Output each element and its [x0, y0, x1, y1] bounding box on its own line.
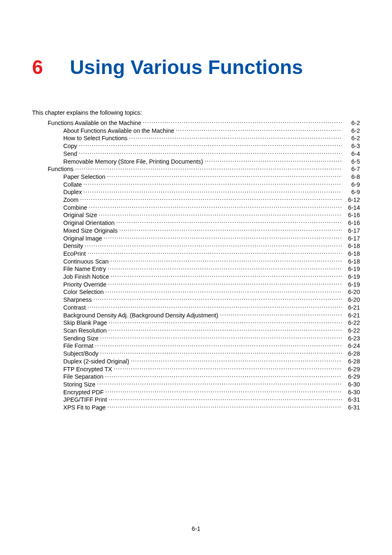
toc-entry[interactable]: Color Selection 6-20 — [32, 288, 360, 296]
toc-entry-label: File Format — [63, 342, 93, 350]
toc-entry[interactable]: Contrast 6-21 — [32, 304, 360, 312]
toc-entry[interactable]: Encrypted PDF 6-30 — [32, 388, 360, 396]
toc-entry[interactable]: Removable Memory (Store File, Printing D… — [32, 158, 360, 166]
toc-leader-dots — [83, 181, 342, 187]
toc-leader-dots — [108, 265, 342, 271]
toc-leader-dots — [108, 327, 342, 333]
toc-entry-page: 6-5 — [344, 158, 360, 166]
toc-entry-page: 6-28 — [344, 350, 360, 358]
toc-entry[interactable]: Functions Available on the Machine 6-2 — [32, 119, 360, 127]
toc-entry[interactable]: FTP Encrypted TX 6-29 — [32, 365, 360, 373]
toc-entry-page: 6-30 — [344, 388, 360, 396]
toc-leader-dots — [143, 119, 342, 125]
toc-leader-dots — [100, 335, 342, 340]
toc-entry-label: XPS Fit to Page — [63, 404, 106, 412]
toc-entry-page: 6-14 — [344, 204, 360, 212]
toc-leader-dots — [105, 388, 342, 394]
toc-leader-dots — [93, 296, 342, 302]
toc-entry-label: JPEG/TIFF Print — [63, 396, 107, 404]
toc-entry[interactable]: Continuous Scan 6-18 — [32, 258, 360, 266]
toc-entry[interactable]: Original Orientation 6-16 — [32, 219, 360, 227]
toc-entry[interactable]: Scan Resolution 6-22 — [32, 327, 360, 335]
toc-leader-dots — [85, 242, 342, 248]
toc-leader-dots — [220, 312, 342, 317]
toc-entry-label: Original Size — [63, 211, 97, 219]
toc-entry-label: Duplex (2-sided Original) — [63, 358, 129, 365]
toc-entry[interactable]: Mixed Size Originals 6-17 — [32, 227, 360, 235]
toc-entry[interactable]: Original Image 6-17 — [32, 235, 360, 243]
toc-entry-page: 6-16 — [344, 211, 360, 219]
toc-entry-label: Contrast — [63, 304, 86, 312]
toc-leader-dots — [107, 173, 342, 179]
toc-leader-dots — [75, 165, 342, 171]
toc-entry[interactable]: Duplex (2-sided Original) 6-28 — [32, 358, 360, 365]
toc-entry-page: 6-29 — [344, 373, 360, 381]
toc-entry[interactable]: Storing Size 6-30 — [32, 381, 360, 388]
toc-entry[interactable]: Duplex 6-9 — [32, 188, 360, 196]
toc-entry-label: Skip Blank Page — [63, 319, 107, 327]
toc-entry-label: Removable Memory (Store File, Printing D… — [63, 158, 203, 166]
toc-entry[interactable]: File Name Entry 6-19 — [32, 265, 360, 273]
toc-entry[interactable]: How to Select Functions 6-2 — [32, 134, 360, 142]
toc-entry-page: 6-8 — [344, 173, 360, 181]
toc-entry[interactable]: Paper Selection 6-8 — [32, 173, 360, 181]
toc-entry-label: Continuous Scan — [63, 258, 108, 266]
toc-entry-page: 6-7 — [344, 165, 360, 173]
toc-entry-label: Encrypted PDF — [63, 388, 104, 396]
toc-leader-dots — [114, 365, 342, 371]
intro-text: This chapter explains the following topi… — [0, 109, 392, 116]
toc-entry[interactable]: Sending Size 6-23 — [32, 335, 360, 342]
toc-entry-label: How to Select Functions — [63, 134, 127, 142]
toc-entry-page: 6-29 — [344, 365, 360, 373]
chapter-number: 6 — [32, 58, 70, 77]
toc-entry[interactable]: EcoPrint 6-18 — [32, 250, 360, 258]
toc-entry-page: 6-2 — [344, 134, 360, 142]
toc-entry[interactable]: Collate 6-9 — [32, 181, 360, 189]
toc-leader-dots — [129, 134, 342, 140]
toc-entry[interactable]: File Format 6-24 — [32, 342, 360, 350]
toc-entry-label: Background Density Adj. (Background Dens… — [63, 312, 218, 319]
toc-entry[interactable]: Sharpness 6-20 — [32, 296, 360, 304]
toc-leader-dots — [88, 250, 342, 256]
toc-entry-label: Scan Resolution — [63, 327, 107, 335]
toc-leader-dots — [119, 227, 342, 233]
toc-entry[interactable]: XPS Fit to Page 6-31 — [32, 404, 360, 412]
toc-entry[interactable]: Background Density Adj. (Background Dens… — [32, 312, 360, 319]
toc-entry[interactable]: Send 6-4 — [32, 150, 360, 158]
toc-entry-label: Functions — [48, 165, 74, 173]
page-number: 6-1 — [0, 525, 392, 532]
toc-entry[interactable]: Functions 6-7 — [32, 165, 360, 173]
toc-leader-dots — [108, 319, 342, 325]
toc-entry[interactable]: Zoom 6-12 — [32, 196, 360, 204]
toc-leader-dots — [79, 142, 342, 148]
toc-leader-dots — [108, 396, 342, 402]
toc-leader-dots — [176, 127, 342, 133]
toc-leader-dots — [205, 158, 342, 164]
toc-entry-page: 6-9 — [344, 188, 360, 196]
toc-entry-label: About Functions Available on the Machine — [63, 127, 174, 135]
toc-entry[interactable]: About Functions Available on the Machine… — [32, 127, 360, 135]
toc-entry-label: Storing Size — [63, 381, 95, 388]
page: 6 Using Various Functions This chapter e… — [0, 0, 392, 555]
toc-entry-page: 6-3 — [344, 142, 360, 150]
toc-leader-dots — [116, 219, 342, 225]
toc-entry[interactable]: Priority Override 6-19 — [32, 281, 360, 289]
toc-entry-page: 6-12 — [344, 196, 360, 204]
toc-entry[interactable]: JPEG/TIFF Print 6-31 — [32, 396, 360, 404]
toc-entry[interactable]: Subject/Body 6-28 — [32, 350, 360, 358]
toc-entry-page: 6-31 — [344, 396, 360, 404]
toc-entry[interactable]: Combine 6-14 — [32, 204, 360, 212]
toc-entry[interactable]: Copy 6-3 — [32, 142, 360, 150]
toc-entry-page: 6-21 — [344, 312, 360, 319]
toc-entry[interactable]: Skip Blank Page 6-22 — [32, 319, 360, 327]
toc-entry-page: 6-2 — [344, 127, 360, 135]
toc-entry[interactable]: Density 6-18 — [32, 242, 360, 250]
toc-leader-dots — [110, 258, 342, 264]
toc-entry[interactable]: File Separation 6-29 — [32, 373, 360, 381]
toc-entry-page: 6-17 — [344, 235, 360, 243]
toc-leader-dots — [107, 404, 342, 409]
toc-entry-page: 6-19 — [344, 281, 360, 289]
toc-entry-page: 6-23 — [344, 335, 360, 342]
toc-entry[interactable]: Original Size 6-16 — [32, 211, 360, 219]
toc-entry[interactable]: Job Finish Notice 6-19 — [32, 273, 360, 281]
